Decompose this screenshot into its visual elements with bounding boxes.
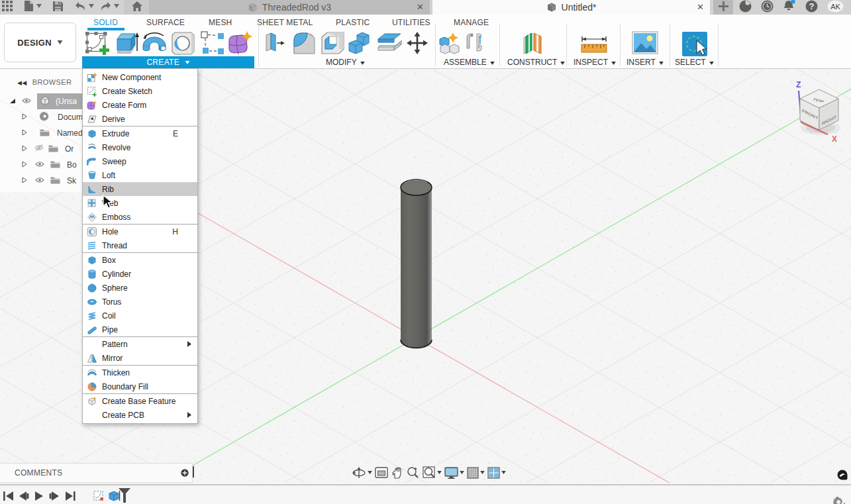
svg-text:Z: Z	[796, 80, 801, 89]
svg-text:AK: AK	[830, 2, 840, 10]
svg-text:?: ?	[809, 1, 814, 11]
svg-text:X: X	[832, 134, 837, 144]
